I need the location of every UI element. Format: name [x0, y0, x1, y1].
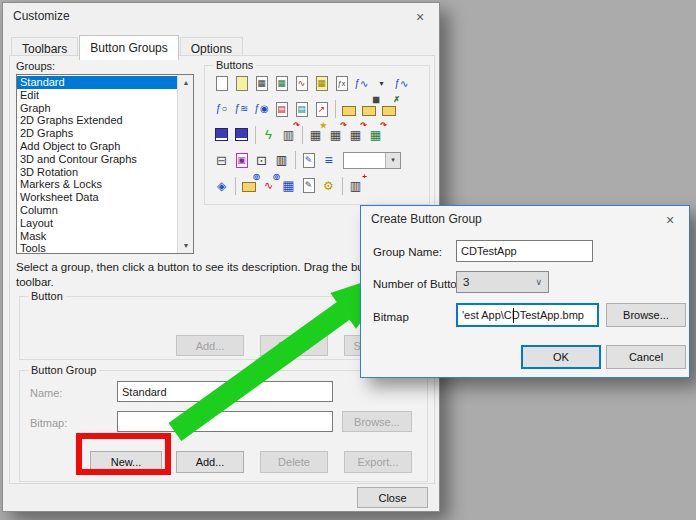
open-icon[interactable]	[340, 100, 357, 118]
group-item[interactable]: Worksheet Data	[17, 191, 177, 204]
new-worksheet-icon[interactable]: ▦	[253, 75, 270, 93]
chevron-down-icon[interactable]: ▾	[385, 153, 400, 168]
button-groupbox-label: Button	[28, 290, 66, 302]
create-group-name-field[interactable]: CDTestApp	[456, 240, 593, 262]
bitmap-path-text: 'est App\CDTestApp.bmp	[462, 309, 584, 321]
new-2d-parametric-plot-icon[interactable]: ƒ○	[213, 100, 230, 118]
group-item[interactable]: Markers & Locks	[17, 178, 177, 191]
find-in-project-icon[interactable]: ◎	[240, 177, 257, 195]
buttons-groupbox-label: Buttons	[213, 59, 256, 71]
new-folder-icon[interactable]	[233, 75, 250, 93]
bitmap-label: Bitmap:	[30, 417, 67, 429]
number-of-buttons-value: 3	[463, 276, 469, 288]
close-icon[interactable]: ×	[409, 8, 431, 26]
create-close-icon[interactable]: ×	[659, 211, 681, 229]
project-explorer-icon[interactable]: ◈	[213, 177, 230, 195]
import-wizard-icon[interactable]: ▦★	[307, 126, 324, 144]
group-item[interactable]: 2D Graphs Extended	[17, 114, 177, 127]
separator	[335, 100, 336, 118]
separator	[255, 126, 256, 144]
new-graph-icon[interactable]: ∿	[293, 75, 310, 93]
print-icon[interactable]: ⊟	[213, 151, 230, 169]
group-item[interactable]: Column	[17, 204, 177, 217]
close-button[interactable]: Close	[357, 487, 428, 508]
scroll-up-icon[interactable]: ▲	[178, 75, 194, 90]
add-column-icon[interactable]: ▥+	[347, 177, 364, 195]
transfer-page-icon[interactable]: ↗	[313, 100, 330, 118]
group-export-button[interactable]: Export...	[344, 451, 412, 473]
slideshow-icon[interactable]: ⊡	[253, 151, 270, 169]
new-2d-function-plot-icon[interactable]: ƒ∿	[353, 75, 370, 93]
screen-capture-icon[interactable]: ▣	[233, 151, 250, 169]
cancel-button[interactable]: Cancel	[606, 345, 686, 369]
group-item[interactable]: 2D Graphs	[17, 127, 177, 140]
button-delete-button[interactable]: Delete	[260, 335, 328, 356]
browse-button[interactable]: Browse...	[606, 303, 686, 327]
group-browse-button[interactable]: Browse...	[342, 411, 412, 432]
group-add-button[interactable]: Add...	[176, 451, 244, 473]
groups-scrollbar[interactable]: ▲ ▼	[177, 75, 193, 253]
tab-button-groups[interactable]: Button Groups	[79, 35, 178, 60]
duplicate-window-icon[interactable]: ▥↷	[280, 126, 297, 144]
run-script-icon[interactable]: ϟ	[260, 126, 277, 144]
chevron-down-icon: ∨	[535, 277, 542, 287]
new-3d-parametric-plot-icon[interactable]: ƒ◉	[253, 100, 270, 118]
open-template-icon[interactable]: ▦	[360, 100, 377, 118]
group-name-label: Group Name:	[373, 246, 442, 258]
buttons-grid: ▦▦∿▦ƒxƒ∿▾ƒ∿ƒ○ƒ≋ƒ◉▤▤↗▦✗ϟ▥↷▦★▦↷▦↷▦↷⊟▣⊡▥✎≡▾…	[207, 71, 427, 199]
save-template-icon[interactable]	[233, 126, 250, 144]
group-item[interactable]: Mask	[17, 230, 177, 243]
worksheet-display-icon[interactable]: ▦	[280, 177, 297, 195]
group-item[interactable]: 3D Rotation	[17, 166, 177, 179]
dropdown-arrow-icon[interactable]: ▾	[373, 75, 390, 93]
text-caret	[513, 308, 514, 323]
new-project-icon[interactable]	[213, 75, 230, 93]
group-item[interactable]: Add Object to Graph	[17, 140, 177, 153]
new-function-icon[interactable]: ƒx	[333, 75, 350, 93]
new-notes-icon[interactable]: ▤	[293, 100, 310, 118]
separator	[302, 126, 303, 144]
new-matrix-icon[interactable]: ▦	[313, 75, 330, 93]
button-group-groupbox-label: Button Group	[28, 364, 99, 376]
group-name-field[interactable]: Standard	[117, 381, 333, 402]
group-item[interactable]: Standard	[17, 76, 177, 89]
group-item[interactable]: Edit	[17, 89, 177, 102]
name-label: Name:	[30, 387, 62, 399]
import-ascii-icon[interactable]: ▦↷	[327, 126, 344, 144]
group-item[interactable]: Tools	[17, 242, 177, 254]
video-icon[interactable]: ▥	[273, 151, 290, 169]
new-2d-function-plot-alt-icon[interactable]: ƒ∿	[393, 75, 410, 93]
group-delete-button[interactable]: Delete	[260, 451, 328, 473]
separator	[235, 177, 236, 195]
new-layout-icon[interactable]: ▤	[273, 100, 290, 118]
theme-combo[interactable]: ▾	[343, 152, 401, 169]
scroll-down-icon[interactable]: ▼	[178, 238, 194, 253]
groups-list[interactable]: StandardEditGraph2D Graphs Extended2D Gr…	[16, 74, 194, 254]
group-item[interactable]: Graph	[17, 102, 177, 115]
group-item[interactable]: Layout	[17, 217, 177, 230]
create-dialog-title: Create Button Group	[361, 206, 689, 232]
layer-arrange-icon[interactable]: ≡	[320, 151, 337, 169]
save-project-icon[interactable]	[213, 126, 230, 144]
groups-label: Groups:	[16, 60, 55, 72]
new-excel-icon[interactable]: ▦	[273, 75, 290, 93]
new-3d-function-plot-icon[interactable]: ƒ≋	[233, 100, 250, 118]
ok-button[interactable]: OK	[521, 345, 601, 369]
create-bitmap-field[interactable]: 'est App\CDTestApp.bmp	[456, 303, 599, 327]
open-excel-icon[interactable]: ✗	[380, 100, 397, 118]
number-of-buttons-select[interactable]: 3 ∨	[456, 271, 549, 293]
format-worksheet-icon[interactable]: ✎	[300, 177, 317, 195]
create-bitmap-label: Bitmap	[373, 311, 409, 323]
find-graph-icon[interactable]: ∿◎	[260, 177, 277, 195]
screen: Customize × ToolbarsButton GroupsOptions…	[0, 0, 696, 520]
format-page-icon[interactable]: ✎	[300, 151, 317, 169]
separator	[342, 177, 343, 195]
import-multiple-ascii-icon[interactable]: ▦↷	[347, 126, 364, 144]
group-item[interactable]: 3D and Contour Graphs	[17, 153, 177, 166]
group-bitmap-field[interactable]	[117, 411, 333, 432]
labtalk-icon[interactable]: ⚙	[320, 177, 337, 195]
button-add-button[interactable]: Add...	[176, 335, 244, 356]
import-excel-icon[interactable]: ▦↷	[367, 126, 384, 144]
groups-list-items: StandardEditGraph2D Graphs Extended2D Gr…	[17, 76, 177, 254]
buttons-groupbox: Buttons ▦▦∿▦ƒxƒ∿▾ƒ∿ƒ○ƒ≋ƒ◉▤▤↗▦✗ϟ▥↷▦★▦↷▦↷▦…	[204, 65, 430, 205]
